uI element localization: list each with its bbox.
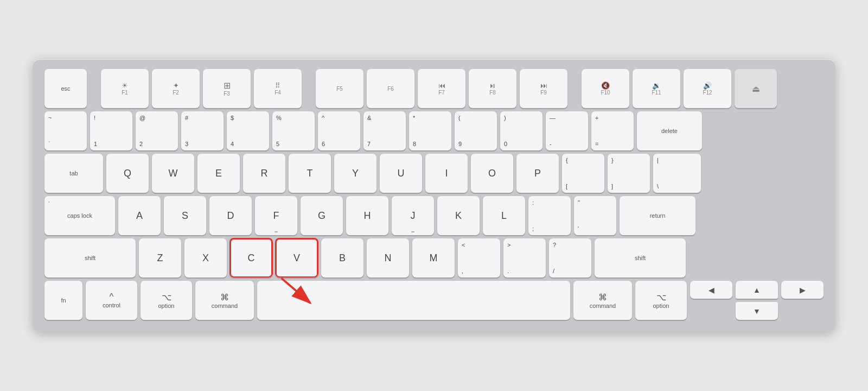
modifier-key-row: fn ^ control ⌥ option ⌘ command ⌘ comman… [44, 281, 824, 320]
key-v[interactable]: V [276, 238, 318, 278]
key-z[interactable]: Z [139, 238, 181, 278]
key-f1[interactable]: ☀ F1 [101, 69, 149, 108]
key-f11[interactable]: 🔉 F11 [633, 69, 680, 108]
key-2[interactable]: @ 2 [136, 111, 178, 150]
key-lbracket[interactable]: { [ [562, 154, 604, 193]
key-j[interactable]: J [392, 196, 434, 235]
key-k[interactable]: K [437, 196, 480, 235]
key-t[interactable]: T [289, 154, 331, 193]
arrow-top-row: ◀ ▲ ▼ ▶ [690, 281, 824, 320]
key-r[interactable]: R [243, 154, 285, 193]
key-0[interactable]: ) 0 [500, 111, 542, 150]
key-esc[interactable]: esc [44, 69, 87, 108]
key-quote[interactable]: " ' [574, 196, 616, 235]
key-space[interactable] [257, 281, 570, 320]
key-c[interactable]: C [230, 238, 272, 278]
key-shift-left[interactable]: shift [44, 238, 136, 278]
key-7[interactable]: & 7 [363, 111, 406, 150]
key-a[interactable]: A [118, 196, 161, 235]
j-bump [411, 231, 414, 232]
key-shift-right[interactable]: shift [595, 238, 686, 278]
key-4[interactable]: $ 4 [227, 111, 269, 150]
up-down-cluster: ▲ ▼ [736, 281, 778, 320]
key-option-left[interactable]: ⌥ option [141, 281, 192, 320]
number-key-row: ~ ` ! 1 @ 2 # 3 $ 4 % 5 [44, 111, 824, 150]
key-i[interactable]: I [425, 154, 468, 193]
key-f4[interactable]: ⠿ F4 [254, 69, 302, 108]
key-arrow-right[interactable]: ▶ [781, 281, 824, 299]
key-5[interactable]: % 5 [272, 111, 315, 150]
key-w[interactable]: W [152, 154, 194, 193]
key-semicolon[interactable]: : ; [528, 196, 571, 235]
key-3[interactable]: # 3 [181, 111, 224, 150]
key-f10[interactable]: 🔇 F10 [582, 69, 629, 108]
key-e[interactable]: E [197, 154, 240, 193]
key-option-right[interactable]: ⌥ option [635, 281, 687, 320]
key-b[interactable]: B [321, 238, 363, 278]
f-bump [275, 231, 278, 232]
key-tab[interactable]: tab [44, 154, 103, 193]
key-6[interactable]: ^ 6 [318, 111, 360, 150]
key-f6[interactable]: F6 [367, 69, 414, 108]
key-minus[interactable]: — - [546, 111, 588, 150]
key-x[interactable]: X [184, 238, 227, 278]
key-f7[interactable]: ⏮ F7 [418, 69, 465, 108]
key-delete[interactable]: delete [637, 111, 702, 150]
asdf-key-row: • caps lock A S D F G H J K L : ; " [44, 196, 824, 235]
key-l[interactable]: L [483, 196, 525, 235]
zxcv-key-row: shift Z X C V B N M < , > . ? / shift [44, 238, 824, 278]
key-period[interactable]: > . [503, 238, 546, 278]
qwerty-key-row: tab Q W E R T Y U I O P { [ } ] | \ [44, 154, 824, 193]
keyboard: esc ☀ F1 ✦ F2 ⊞ F3 ⠿ F4 F5 [33, 59, 835, 332]
key-comma[interactable]: < , [458, 238, 500, 278]
key-1[interactable]: ! 1 [90, 111, 132, 150]
function-key-row: esc ☀ F1 ✦ F2 ⊞ F3 ⠿ F4 F5 [44, 69, 824, 108]
key-f12[interactable]: 🔊 F12 [684, 69, 731, 108]
key-command-left[interactable]: ⌘ command [195, 281, 254, 320]
key-arrow-down[interactable]: ▼ [736, 302, 778, 320]
key-control[interactable]: ^ control [86, 281, 137, 320]
key-s[interactable]: S [164, 196, 206, 235]
key-equals[interactable]: + = [591, 111, 634, 150]
key-n[interactable]: N [367, 238, 409, 278]
key-9[interactable]: ( 9 [455, 111, 497, 150]
key-g[interactable]: G [301, 196, 343, 235]
key-backslash[interactable]: | \ [653, 154, 701, 193]
arrow-key-cluster: ◀ ▲ ▼ ▶ [690, 281, 824, 320]
keyboard-wrapper: esc ☀ F1 ✦ F2 ⊞ F3 ⠿ F4 F5 [33, 59, 835, 332]
key-f[interactable]: F [255, 196, 297, 235]
key-arrow-left[interactable]: ◀ [690, 281, 732, 299]
key-u[interactable]: U [380, 154, 422, 193]
key-f3[interactable]: ⊞ F3 [203, 69, 251, 108]
key-q[interactable]: Q [106, 154, 149, 193]
key-caps-lock[interactable]: • caps lock [44, 196, 115, 235]
key-d[interactable]: D [209, 196, 252, 235]
key-rbracket[interactable]: } ] [608, 154, 650, 193]
key-return[interactable]: return [620, 196, 695, 235]
key-fn[interactable]: fn [44, 281, 82, 320]
key-8[interactable]: * 8 [409, 111, 451, 150]
key-f9[interactable]: ⏭ F9 [520, 69, 567, 108]
key-arrow-up[interactable]: ▲ [736, 281, 778, 299]
key-power[interactable]: ⏏ [735, 69, 777, 108]
key-p[interactable]: P [516, 154, 559, 193]
key-h[interactable]: H [346, 196, 388, 235]
key-f5[interactable]: F5 [316, 69, 363, 108]
key-y[interactable]: Y [334, 154, 376, 193]
key-backtick[interactable]: ~ ` [44, 111, 87, 150]
key-f2[interactable]: ✦ F2 [152, 69, 200, 108]
key-command-right[interactable]: ⌘ command [573, 281, 632, 320]
key-f8[interactable]: ⏯ F8 [469, 69, 516, 108]
key-slash[interactable]: ? / [549, 238, 591, 278]
key-m[interactable]: M [412, 238, 455, 278]
key-o[interactable]: O [471, 154, 513, 193]
